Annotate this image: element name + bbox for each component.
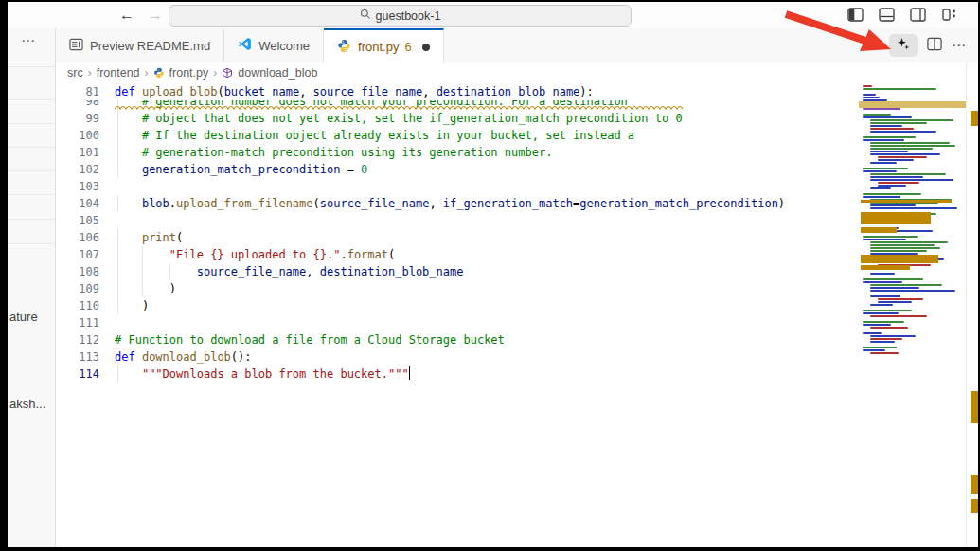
command-center-search[interactable]: guestbook-1 — [169, 5, 632, 27]
code-line[interactable]: 81def upload_blob(bucket_name, source_fi… — [55, 83, 966, 100]
panel-item-label[interactable]: ature — [9, 310, 38, 324]
tab-welcome[interactable]: Welcome — [224, 28, 324, 62]
code-line[interactable]: 109 ) — [55, 280, 966, 297]
line-number[interactable]: 100 — [55, 127, 115, 144]
code-line[interactable]: 102 generation_match_precondition = 0 — [55, 161, 966, 178]
line-number[interactable]: 111 — [55, 314, 115, 331]
breadcrumb-front-py[interactable]: front.py — [169, 66, 209, 80]
code-line[interactable]: 112# Function to download a file from a … — [55, 331, 966, 348]
tab-preview-readme[interactable]: Preview README.md — [55, 28, 224, 62]
code-line[interactable]: 108 source_file_name, destination_blob_n… — [55, 263, 966, 280]
indent-guide — [142, 263, 143, 280]
panel-divider — [8, 99, 55, 100]
forward-button: → — [148, 5, 163, 26]
breadcrumb-frontend[interactable]: frontend — [97, 66, 140, 80]
minimap-line — [863, 94, 876, 96]
minimap[interactable] — [859, 85, 966, 369]
code-line[interactable]: 111 — [55, 314, 966, 331]
minimap-line — [870, 352, 899, 354]
line-number[interactable]: 110 — [55, 297, 115, 314]
code-line[interactable]: 113def download_blob(): — [55, 348, 966, 365]
editor-actions-more-icon[interactable]: ⋯ — [952, 41, 967, 50]
overview-ruler[interactable] — [967, 62, 978, 547]
line-content: def download_blob(): — [115, 348, 966, 365]
unsaved-dot-icon[interactable] — [422, 44, 430, 51]
line-number[interactable]: 99 — [55, 110, 115, 127]
line-content: # generation-match precondition using it… — [115, 144, 966, 161]
code-line[interactable]: 107 "File {} uploaded to {}.".format( — [55, 246, 966, 263]
code-line[interactable]: 105 — [55, 212, 966, 229]
code-editor[interactable]: 81def upload_blob(bucket_name, source_fi… — [55, 83, 966, 547]
line-content: source_file_name, destination_blob_name — [115, 263, 966, 280]
panel-divider — [8, 194, 55, 195]
minimap-line — [870, 119, 953, 121]
line-number[interactable]: 104 — [55, 195, 115, 212]
indent-guide — [169, 263, 170, 280]
minimap-line — [870, 207, 957, 209]
line-number[interactable]: 101 — [55, 144, 115, 161]
toggle-secondary-sidebar-icon[interactable] — [910, 8, 926, 22]
line-number[interactable]: 107 — [55, 246, 115, 263]
indent-guide — [142, 246, 143, 263]
chevron-right-icon: › — [145, 66, 149, 80]
indent-guide — [117, 365, 118, 382]
code-line[interactable]: 103 — [55, 178, 966, 195]
breadcrumb-src[interactable]: src — [67, 66, 83, 80]
minimap-line — [870, 341, 895, 343]
back-button[interactable]: ← — [119, 5, 134, 26]
left-side-panel: ⋯ ature aksh... — [8, 28, 56, 547]
tab-label: front.py — [358, 40, 399, 54]
chevron-right-icon: › — [213, 66, 217, 80]
customize-layout-icon[interactable] — [941, 8, 957, 22]
minimap-line — [863, 193, 921, 195]
line-content — [115, 314, 966, 331]
line-number[interactable]: 98 — [55, 100, 115, 110]
code-line[interactable]: 100 # If the destination object already … — [55, 127, 966, 144]
panel-item-label[interactable]: aksh... — [9, 397, 45, 411]
minimap-line — [863, 88, 936, 90]
indent-guide — [117, 229, 118, 246]
minimap-line — [878, 159, 914, 161]
panel-divider — [8, 219, 55, 220]
code-line[interactable]: 110 ) — [55, 297, 966, 314]
line-number[interactable]: 109 — [55, 280, 115, 297]
sticky-scroll-line[interactable]: 81def upload_blob(bucket_name, source_fi… — [55, 83, 966, 100]
line-number[interactable]: 105 — [55, 212, 115, 229]
minimap-line — [863, 310, 912, 311]
line-number[interactable]: 102 — [55, 161, 115, 178]
line-number[interactable]: 113 — [55, 348, 115, 365]
code-line[interactable]: 106 print( — [55, 229, 966, 246]
line-number[interactable]: 108 — [55, 263, 115, 280]
clipped-warning-line[interactable]: 98 # generation number does not match yo… — [55, 100, 966, 110]
minimap-line — [878, 182, 919, 184]
minimap-line — [870, 204, 916, 206]
breadcrumb-download-blob[interactable]: download_blob — [238, 66, 317, 80]
code-line[interactable]: 104 blob.upload_from_filename(source_fil… — [55, 195, 966, 212]
toggle-primary-sidebar-icon[interactable] — [847, 8, 864, 22]
panel-overflow-icon[interactable]: ⋯ — [21, 32, 36, 49]
line-number[interactable]: 112 — [55, 331, 115, 348]
code-line[interactable]: 101 # generation-match precondition usin… — [55, 144, 966, 161]
minimap-line — [863, 196, 900, 198]
minimap-line — [863, 97, 880, 98]
tab-front-py[interactable]: front.py 6 — [324, 28, 444, 63]
indent-guide — [117, 246, 118, 263]
indent-guide — [117, 144, 118, 161]
minimap-line — [863, 324, 891, 326]
code-line[interactable]: 114 """Downloads a blob from the bucket.… — [55, 365, 966, 382]
toggle-panel-icon[interactable] — [879, 8, 895, 22]
line-content: """Downloads a blob from the bucket.""" — [115, 365, 966, 382]
indent-guide — [117, 110, 118, 127]
line-number[interactable]: 103 — [55, 178, 115, 195]
vscode-window: ← → guestbook-1 — [0, 0, 980, 551]
split-editor-icon[interactable] — [927, 37, 942, 55]
line-number[interactable]: 114 — [55, 365, 115, 382]
code-line[interactable]: 99 # object that does not yet exist, set… — [55, 110, 966, 127]
line-number[interactable]: 106 — [55, 229, 115, 246]
minimap-highlight — [861, 227, 897, 233]
minimap-line — [863, 170, 897, 172]
minimap-line — [870, 162, 897, 164]
copilot-button[interactable] — [889, 34, 918, 57]
line-number[interactable]: 81 — [55, 83, 115, 100]
minimap-highlight — [859, 101, 966, 108]
